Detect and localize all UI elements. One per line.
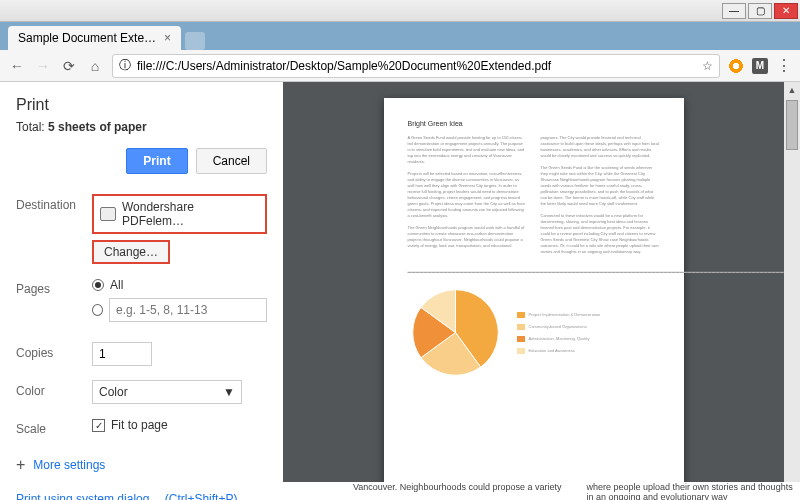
legend-item: Administration, Monitoring, Quality [517,336,601,342]
destination-selector[interactable]: Wondershare PDFelem… [92,194,267,234]
pie-chart [408,285,503,380]
url-text: file:///C:/Users/Administrator/Desktop/S… [137,59,696,73]
tab-close-icon[interactable]: × [164,31,171,45]
copies-label: Copies [16,342,92,360]
cancel-button[interactable]: Cancel [196,148,267,174]
document-heading: Bright Green Idea [408,120,660,127]
chart-legend: Project Implementation & DemonstrationCo… [517,312,601,354]
site-info-icon[interactable]: ⓘ [119,57,131,74]
pages-all-radio[interactable]: All [92,278,267,292]
scale-label: Scale [16,418,92,436]
window-minimize-button[interactable]: — [722,3,746,19]
print-preview-area: Bright Green Idea A Green Seeds Fund wou… [283,82,800,500]
plus-icon: + [16,456,25,474]
preview-scrollbar[interactable]: ▲ ▼ [784,82,800,500]
home-button[interactable]: ⌂ [86,57,104,75]
forward-button[interactable]: → [34,57,52,75]
reload-button[interactable]: ⟳ [60,57,78,75]
legend-item: Community-based Organizations [517,324,601,330]
legend-item: Education and Awareness [517,348,601,354]
scroll-thumb[interactable] [786,100,798,150]
preview-overflow-text: Vancouver. Neighbourhoods could propose … [283,482,800,500]
window-maximize-button[interactable]: ▢ [748,3,772,19]
tab-title: Sample Document Exte… [18,31,156,45]
pages-label: Pages [16,278,92,296]
destination-label: Destination [16,194,92,212]
scroll-up-icon[interactable]: ▲ [784,82,800,98]
checkbox-icon: ✓ [92,419,105,432]
back-button[interactable]: ← [8,57,26,75]
pages-range-input[interactable] [109,298,267,322]
copies-input[interactable] [92,342,152,366]
pages-range-radio[interactable] [92,298,267,322]
chevron-down-icon: ▼ [223,385,235,399]
radio-icon [92,279,104,291]
color-select[interactable]: Color ▼ [92,380,242,404]
new-tab-button[interactable] [185,32,205,50]
bookmark-star-icon[interactable]: ☆ [702,59,713,73]
browser-menu-button[interactable]: ⋮ [776,56,792,75]
address-bar[interactable]: ⓘ file:///C:/Users/Administrator/Desktop… [112,54,720,78]
print-dialog: Print Total: 5 sheets of paper Print Can… [0,82,283,500]
browser-tab[interactable]: Sample Document Exte… × [8,26,181,50]
extension-icon[interactable] [728,58,744,74]
print-button[interactable]: Print [126,148,187,174]
print-title: Print [16,96,267,114]
more-settings-toggle[interactable]: + More settings [16,456,267,474]
printer-icon [100,207,116,221]
window-close-button[interactable]: ✕ [774,3,798,19]
destination-value: Wondershare PDFelem… [122,200,259,228]
color-label: Color [16,380,92,398]
print-total: Total: 5 sheets of paper [16,120,267,134]
system-dialog-link[interactable]: Print using system dialog… (Ctrl+Shift+P… [16,492,267,500]
fit-to-page-checkbox[interactable]: ✓ Fit to page [92,418,267,432]
legend-item: Project Implementation & Demonstration [517,312,601,318]
change-destination-button[interactable]: Change… [92,240,170,264]
preview-page: Bright Green Idea A Green Seeds Fund wou… [384,98,684,500]
extension-icon[interactable]: M [752,58,768,74]
radio-icon [92,304,103,316]
